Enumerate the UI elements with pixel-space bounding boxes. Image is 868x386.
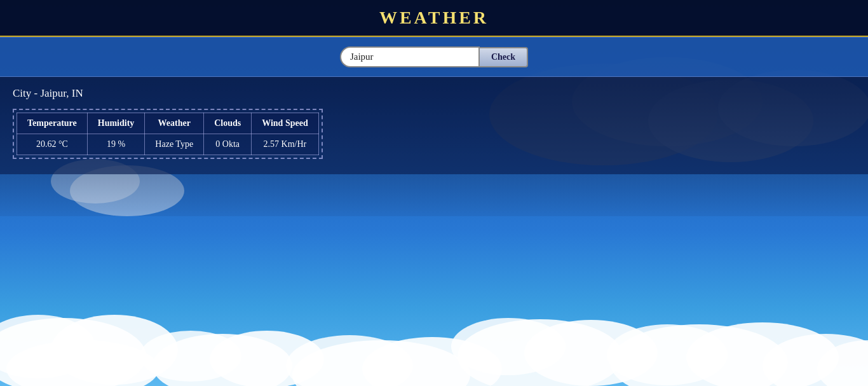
check-button[interactable]: Check (480, 47, 528, 67)
city-label: City - Jaipur, IN (13, 87, 855, 100)
table-header-row: Temperature Humidity Weather Clouds Wind… (17, 113, 319, 134)
col-header-weather: Weather (145, 113, 204, 134)
col-header-wind-speed: Wind Speed (252, 113, 319, 134)
cell-temperature: 20.62 °C (17, 134, 88, 155)
search-input[interactable] (340, 46, 480, 67)
weather-table: Temperature Humidity Weather Clouds Wind… (17, 113, 319, 155)
header: WEATHER (0, 0, 868, 37)
cell-humidity: 19 % (87, 134, 145, 155)
col-header-clouds: Clouds (204, 113, 252, 134)
cell-wind-speed: 2.57 Km/Hr (252, 134, 319, 155)
weather-table-container: Temperature Humidity Weather Clouds Wind… (13, 109, 323, 159)
table-data-row: 20.62 °C 19 % Haze Type 0 Okta 2.57 Km/H… (17, 134, 319, 155)
results-area: City - Jaipur, IN Temperature Humidity W… (0, 77, 868, 174)
col-header-humidity: Humidity (87, 113, 145, 134)
col-header-temperature: Temperature (17, 113, 88, 134)
cell-clouds: 0 Okta (204, 134, 252, 155)
cell-weather: Haze Type (145, 134, 204, 155)
page-title: WEATHER (0, 8, 868, 28)
search-area: Check (0, 37, 868, 77)
search-form: Check (340, 46, 528, 67)
